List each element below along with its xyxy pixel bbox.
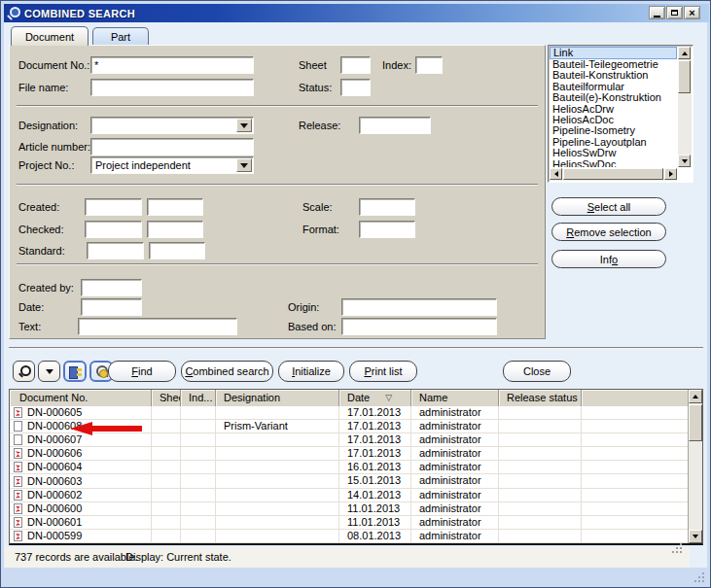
format-label: Format:: [302, 224, 339, 235]
statusbar-resize-grip[interactable]: [680, 551, 682, 553]
format-input[interactable]: [359, 221, 415, 238]
listbox-horizontal-scrollbar[interactable]: [550, 168, 677, 181]
origin-input[interactable]: [341, 298, 497, 316]
cell-document-no: DN-000600: [27, 502, 82, 515]
scrollbar-thumb[interactable]: [689, 404, 702, 441]
cell-date: 17.01.2013: [339, 447, 411, 460]
table-row[interactable]: DN-000599 08.01.2013 administrator: [10, 530, 688, 543]
table-row[interactable]: DN-000606 17.01.2013 administrator: [10, 447, 688, 461]
created-by-label: Created by:: [18, 282, 74, 294]
scroll-left-button[interactable]: [550, 168, 562, 180]
list-item-link[interactable]: Link: [550, 47, 677, 59]
dropdown-arrow-button[interactable]: [236, 158, 252, 172]
list-item[interactable]: Bauteilformular: [550, 82, 677, 92]
created-by-input[interactable]: [81, 279, 142, 296]
date-input[interactable]: [81, 298, 142, 316]
article-number-input[interactable]: [90, 138, 254, 156]
index-input[interactable]: [415, 56, 443, 74]
chevron-down-icon: [240, 163, 248, 168]
list-item[interactable]: Bauteil-Konstruktion: [550, 70, 677, 81]
column-header-empty[interactable]: [582, 390, 688, 406]
list-item[interactable]: Pipeline-Isometry: [550, 125, 677, 136]
created-input-1[interactable]: [85, 198, 142, 216]
column-header-name[interactable]: Name: [411, 390, 499, 406]
table-row[interactable]: DN-000605 17.01.2013 administrator: [10, 406, 688, 420]
dropdown-arrow-button[interactable]: [236, 119, 252, 132]
column-header-sheet[interactable]: Sheet: [152, 390, 181, 406]
cell-name: administrator: [411, 420, 499, 432]
list-item[interactable]: Bauteil-Teilegeometrie: [550, 59, 677, 70]
text-input[interactable]: [78, 318, 237, 335]
based-on-input[interactable]: [341, 318, 497, 335]
scroll-down-button[interactable]: [678, 155, 691, 167]
table-vertical-scrollbar[interactable]: [688, 390, 702, 543]
scroll-down-button[interactable]: [689, 530, 702, 543]
list-item[interactable]: HeliosAcDrw: [550, 104, 677, 115]
standard-input-2[interactable]: [149, 242, 205, 259]
document-list-toggle-button[interactable]: [63, 361, 87, 382]
cell-date: 17.01.2013: [339, 420, 411, 432]
list-item[interactable]: HeliosAcDoc: [550, 115, 677, 125]
column-header-release-status[interactable]: Release status: [499, 390, 582, 406]
window-resize-grip[interactable]: [702, 580, 704, 582]
file-name-input[interactable]: [90, 79, 254, 96]
tab-part[interactable]: Part: [92, 27, 149, 46]
separator: [17, 105, 538, 107]
close-window-button[interactable]: ×: [684, 6, 700, 19]
listbox-vertical-scrollbar[interactable]: [678, 47, 692, 167]
list-item[interactable]: HeliosSwDrw: [550, 148, 677, 158]
find-button[interactable]: Find: [108, 361, 176, 382]
scale-input[interactable]: [359, 198, 415, 216]
list-item[interactable]: Pipeline-Layoutplan: [550, 137, 677, 148]
combined-search-button[interactable]: Combined search: [181, 361, 273, 382]
table-row[interactable]: DN-000607 17.01.2013 administrator: [10, 433, 688, 447]
scroll-right-button[interactable]: [664, 168, 677, 180]
remove-selection-button[interactable]: Remove selection: [551, 223, 666, 241]
scroll-up-button[interactable]: [689, 390, 702, 403]
maximize-button[interactable]: [666, 6, 683, 19]
list-item[interactable]: Bauteil(e)-Konstruktion: [550, 92, 677, 103]
list-item[interactable]: HeliosSwDoc: [550, 159, 677, 167]
cell-index: [181, 406, 216, 419]
standard-input-1[interactable]: [87, 242, 144, 259]
initialize-button[interactable]: Initialize: [278, 361, 344, 382]
cell-designation: [216, 516, 339, 529]
column-header-index[interactable]: Ind...: [181, 390, 216, 406]
document-list-icon: [69, 365, 82, 378]
arrow-up-icon: [693, 395, 698, 398]
cell-sheet: [152, 406, 181, 419]
select-all-button[interactable]: Select all: [551, 197, 666, 216]
search-mode-button[interactable]: [13, 361, 35, 382]
release-input[interactable]: [359, 117, 431, 134]
cell-index: [181, 516, 216, 529]
info-button[interactable]: Info: [551, 250, 666, 268]
column-header-date[interactable]: Date▽: [339, 390, 411, 406]
table-row[interactable]: DN-000601 11.01.2013 administrator: [10, 516, 688, 530]
table-row[interactable]: DN-000603 15.01.2013 administrator: [10, 474, 688, 488]
created-input-2[interactable]: [147, 198, 203, 216]
document-no-input[interactable]: [90, 56, 254, 74]
checked-input-1[interactable]: [85, 221, 142, 238]
column-header-document-no[interactable]: Document No.: [10, 390, 152, 406]
print-list-button[interactable]: Print list: [349, 361, 417, 382]
table-row[interactable]: DN-000602 14.01.2013 administrator: [10, 489, 688, 502]
checked-input-2[interactable]: [147, 221, 203, 238]
dropdown-menu-button[interactable]: [38, 361, 60, 382]
designation-dropdown[interactable]: [90, 117, 254, 134]
sheet-input[interactable]: [340, 56, 371, 74]
close-button[interactable]: Close: [503, 361, 571, 382]
project-no-dropdown[interactable]: Project independent: [90, 156, 254, 174]
title-bar[interactable]: COMBINED SEARCH: [4, 4, 709, 22]
scrollbar-thumb[interactable]: [678, 60, 691, 93]
minimize-button[interactable]: [649, 6, 665, 19]
scrollbar-thumb[interactable]: [563, 168, 663, 180]
column-header-designation[interactable]: Designation: [216, 390, 339, 406]
status-input[interactable]: [340, 79, 371, 96]
table-row[interactable]: DN-000600 11.01.2013 administrator: [10, 502, 688, 516]
table-row[interactable]: DN-000604 16.01.2013 administrator: [10, 461, 688, 474]
checked-label: Checked:: [18, 224, 63, 235]
scroll-up-button[interactable]: [678, 47, 691, 59]
cell-index: [181, 489, 216, 502]
tab-document[interactable]: Document: [11, 26, 89, 46]
cell-name: administrator: [411, 433, 499, 446]
